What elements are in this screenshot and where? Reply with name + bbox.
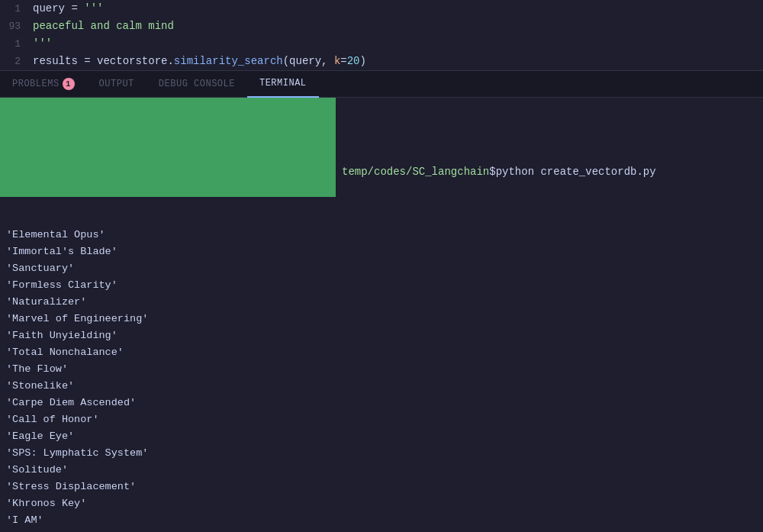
output-line-3: 'Sanctuary' [3,260,760,277]
prompt-dollar: $ [489,163,495,180]
line-number-2: 2 [6,53,33,70]
line-number-93: 93 [6,18,33,35]
output-line-16: 'Stress Displacement' [3,479,760,495]
prompt-area-spacer: temp/codes/SC_langchain $ python create_… [339,98,659,180]
code-line-1b: 1 ''' [0,35,763,53]
line-number-1: 1 [6,1,33,18]
tab-problems-label: PROBLEMS [12,79,60,89]
tab-output-label: OUTPUT [99,79,134,89]
output-line-8: 'Total Nonchalance' [3,344,760,361]
tab-terminal[interactable]: TERMINAL [247,71,319,98]
green-panel [0,98,336,197]
code-content-93: peaceful and calm mind [33,18,757,34]
terminal-output-area: 'Elemental Opus' 'Immortal's Blade' 'San… [0,227,763,532]
output-line-10: 'Stonelike' [3,378,760,395]
output-line-1: 'Elemental Opus' [3,227,760,243]
output-line-4: 'Formless Clarity' [3,277,760,294]
tab-problems[interactable]: PROBLEMS 1 [0,71,87,98]
code-content-2: results = vectorstore.similarity_search(… [33,53,757,69]
code-line-2: 2 results = vectorstore.similarity_searc… [0,53,763,70]
output-line-6: 'Marvel of Engineering' [3,311,760,327]
tab-terminal-label: TERMINAL [259,78,307,89]
code-line-93: 93 peaceful and calm mind [0,18,763,35]
tab-debug-label: DEBUG CONSOLE [159,79,235,89]
code-editor: 1 query = ''' 93 peaceful and calm mind … [0,0,763,71]
output-line-7: 'Faith Unyielding' [3,327,760,344]
code-line-1: 1 query = ''' [0,0,763,18]
code-content-1b: ''' [33,35,757,52]
output-line-5: 'Naturalizer' [3,294,760,311]
output-line-19: 'Lion IV' [3,529,760,532]
output-line-14: 'SPS: Lymphatic System' [3,445,760,462]
output-line-11: 'Carpe Diem Ascended' [3,395,760,411]
output-line-12: 'Call of Honor' [3,411,760,428]
output-line-13: 'Eagle Eye' [3,428,760,445]
tab-output[interactable]: OUTPUT [87,71,146,98]
tab-bar: PROBLEMS 1 OUTPUT DEBUG CONSOLE TERMINAL [0,71,763,98]
problems-badge: 1 [63,78,75,90]
output-line-15: 'Solitude' [3,462,760,479]
output-line-9: 'The Flow' [3,361,760,378]
prompt-cmd: python create_vectordb.py [496,163,656,180]
output-line-2: 'Immortal's Blade' [3,243,760,260]
output-line-17: 'Khronos Key' [3,495,760,512]
tab-debug-console[interactable]: DEBUG CONSOLE [146,71,247,98]
prompt-path: temp/codes/SC_langchain [342,163,489,180]
output-line-18: 'I AM' [3,512,760,529]
terminal-prompt: temp/codes/SC_langchain $ python create_… [339,163,659,180]
code-content-1: query = ''' [33,0,757,17]
line-number-1b: 1 [6,36,33,53]
